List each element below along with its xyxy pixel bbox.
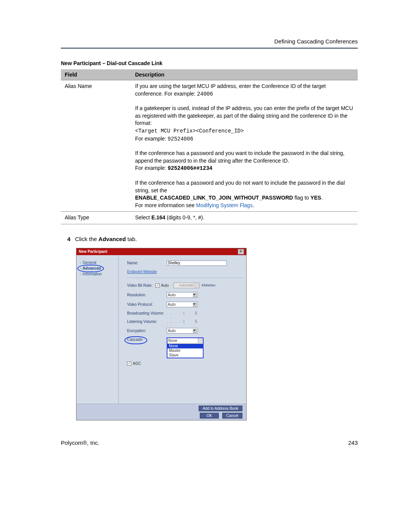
cascade-selected-value: None: [167, 338, 203, 344]
step-text-b: Advanced: [99, 236, 126, 242]
desc-p4-yes: YES: [311, 195, 321, 201]
desc-p2-format: <Target MCU Prefix><Conference_ID>: [135, 128, 244, 134]
desc-p5-pre: For more information see: [135, 202, 196, 208]
chevron-icon: ›: [80, 266, 81, 270]
cascade-option-slave[interactable]: Slave: [167, 353, 203, 358]
desc-p2: If a gatekeeper is used, instead of the …: [135, 105, 353, 126]
nav-advanced[interactable]: ›Advanced: [79, 265, 116, 271]
close-icon[interactable]: ✕: [238, 249, 244, 254]
cascade-option-none[interactable]: None: [167, 344, 203, 348]
nav-information[interactable]: ›Information: [79, 271, 116, 277]
desc-p4-dot: .: [321, 195, 323, 201]
alias-type-d1: Select: [135, 214, 151, 220]
chevron-down-icon: [193, 330, 196, 331]
dialog-nav: ›General ›Advanced ›Information: [76, 255, 119, 404]
desc-p1-code: 24006: [197, 91, 213, 97]
footer-page-number: 243: [348, 439, 358, 446]
broadcast-value: 5: [195, 311, 197, 315]
auto-label: Auto: [161, 283, 169, 288]
resolution-select[interactable]: Auto: [167, 292, 198, 298]
field-description-table: Field Description Alias Name If you are …: [61, 69, 358, 224]
checkbox-icon: ✓: [155, 283, 159, 288]
nav-advanced-label: Advanced: [83, 266, 101, 270]
endpoint-website-link[interactable]: Endpoint Website: [127, 270, 157, 274]
video-protocol-value: Auto: [168, 302, 176, 307]
listening-value: 5: [195, 320, 197, 324]
broadcasting-volume-label: Broadcasting Volume:: [127, 311, 167, 315]
desc-p4-flag: ENABLE_CASCADED_LINK_TO_JOIN_WITHOUT_PAS…: [135, 195, 293, 201]
step-text-a: Click the: [75, 236, 99, 242]
step-4: 4 Click the Advanced tab.: [61, 236, 358, 242]
desc-p3-ex-code: 92524006##1234: [168, 165, 213, 171]
name-label: Name:: [127, 261, 167, 265]
nav-general[interactable]: ›General: [79, 260, 116, 265]
auto-checkbox-group[interactable]: ✓ Auto: [155, 283, 174, 288]
desc-p2-ex-code: 92524006: [168, 136, 193, 142]
footer-company: Polycom®, Inc.: [61, 439, 99, 446]
resolution-label: Resolution:: [127, 293, 167, 297]
document-page: Defining Cascading Conferences New Parti…: [0, 0, 411, 461]
name-input[interactable]: [167, 260, 227, 266]
video-bitrate-label: Video Bit Rate:: [127, 283, 155, 288]
listening-volume-slider[interactable]: . . . . | . .5: [167, 320, 193, 324]
dialog-footer: Add to Address Book OK Cancel: [76, 404, 246, 420]
alias-type-d2: E.164: [151, 214, 166, 220]
cascade-select-open[interactable]: None None Master Slave: [167, 337, 204, 358]
desc-p5-dot: .: [253, 202, 254, 208]
agc-checkbox-group[interactable]: ✓ AGC: [127, 361, 141, 366]
desc-p4-tail: flag to: [293, 195, 311, 201]
nav-general-label: General: [83, 260, 96, 265]
bitrate-spinner[interactable]: Automatic: [174, 283, 199, 288]
cell-field-alias-name: Alias Name: [61, 80, 131, 212]
nav-information-label: Information: [83, 272, 102, 276]
listening-volume-label: Listening Volume:: [127, 320, 167, 324]
dialog-titlebar: New Participant ✕: [76, 248, 246, 255]
row-alias-name: Alias Name If you are using the target M…: [61, 80, 358, 212]
dialog-title-text: New Participant: [79, 249, 107, 254]
table-title: New Participant – Dial-out Cascade Link: [61, 60, 358, 66]
video-protocol-select[interactable]: Auto: [167, 302, 198, 307]
encryption-select[interactable]: Auto: [167, 328, 198, 334]
cell-desc-alias-type: Select E.164 (digits 0-9, *, #).: [131, 212, 358, 224]
dialog-main: Name: Endpoint Website Video Bit Rate: ✓…: [119, 255, 246, 404]
cancel-button[interactable]: Cancel: [222, 413, 242, 419]
new-participant-dialog: New Participant ✕ ›General ›Advanced ›In…: [76, 248, 247, 420]
resolution-value: Auto: [168, 293, 176, 297]
spinner-buttons-icon: [195, 283, 199, 288]
separator: [127, 278, 242, 278]
cell-desc-alias-name: If you are using the target MCU IP addre…: [131, 80, 358, 212]
encryption-label: Encryption:: [127, 329, 167, 333]
desc-p2-ex-pre: For example:: [135, 136, 168, 142]
bitrate-value: Automatic: [179, 283, 194, 287]
chevron-down-icon: [193, 294, 196, 296]
chevron-icon: ›: [80, 272, 81, 276]
cascade-label: Cascade:: [127, 337, 167, 342]
broadcasting-volume-slider[interactable]: . . . . | . .5: [167, 311, 193, 316]
th-field: Field: [61, 69, 131, 80]
step-text-c: tab.: [126, 236, 137, 242]
header-rule: [61, 48, 358, 49]
agc-label: AGC: [133, 361, 141, 366]
desc-p1: If you are using the target MCU IP addre…: [135, 83, 326, 97]
step-number: 4: [61, 236, 70, 242]
video-protocol-label: Video Protocol:: [127, 302, 167, 307]
link-modifying-system-flags[interactable]: Modifying System Flags: [196, 202, 253, 208]
chevron-down-icon: [193, 304, 196, 305]
desc-p3: If the conference has a password and you…: [135, 150, 344, 164]
desc-p4: If the conference has a password and you…: [135, 180, 345, 193]
cell-field-alias-type: Alias Type: [61, 212, 131, 224]
row-alias-type: Alias Type Select E.164 (digits 0-9, *, …: [61, 212, 358, 224]
alias-type-d3: (digits 0-9, *, #).: [165, 214, 204, 220]
desc-p3-ex-pre: For example:: [135, 165, 168, 171]
page-footer: Polycom®, Inc. 243: [61, 439, 358, 446]
cascade-option-master[interactable]: Master: [167, 348, 203, 353]
th-description: Description: [131, 69, 358, 80]
add-to-address-book-button[interactable]: Add to Address Book: [199, 406, 242, 411]
checkbox-icon: ✓: [127, 361, 131, 366]
section-header: Defining Cascading Conferences: [61, 38, 358, 45]
kbits-label: Kbits/sec: [202, 283, 216, 287]
ok-button[interactable]: OK: [200, 413, 219, 419]
encryption-value: Auto: [168, 329, 176, 333]
chevron-icon: ›: [80, 260, 81, 265]
